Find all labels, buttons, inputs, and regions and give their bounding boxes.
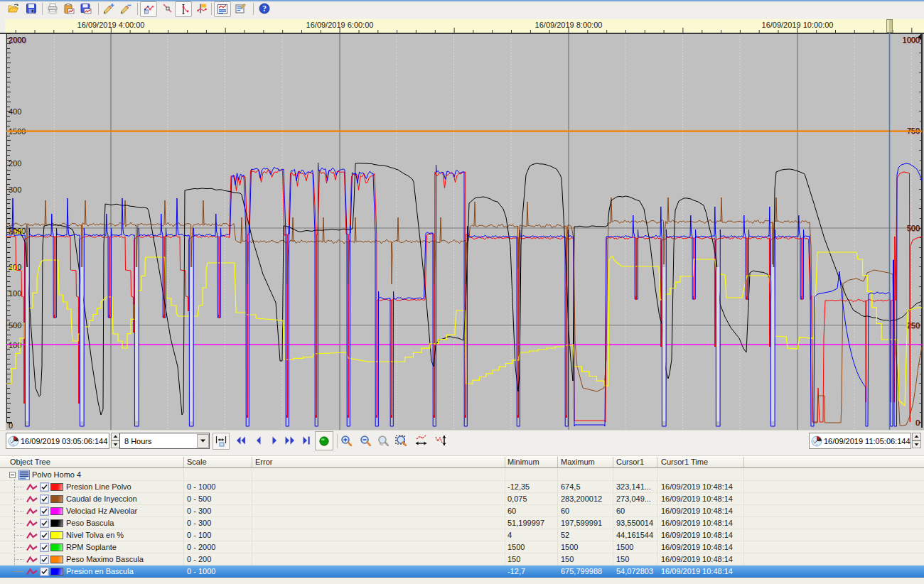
svg-text:1000: 1000 [903,36,920,45]
svg-text:0: 0 [916,418,920,427]
svg-text:?: ? [262,4,267,13]
svg-text:0: 0 [9,421,13,430]
svg-text:400: 400 [9,107,21,116]
svg-text:100: 100 [9,289,21,298]
svg-text:40: 40 [9,264,18,272]
svg-text:1000: 1000 [9,36,26,45]
svg-text:500: 500 [9,321,21,330]
svg-text:250: 250 [907,322,920,330]
svg-text:200: 200 [9,159,21,168]
svg-text:300: 300 [9,185,21,194]
